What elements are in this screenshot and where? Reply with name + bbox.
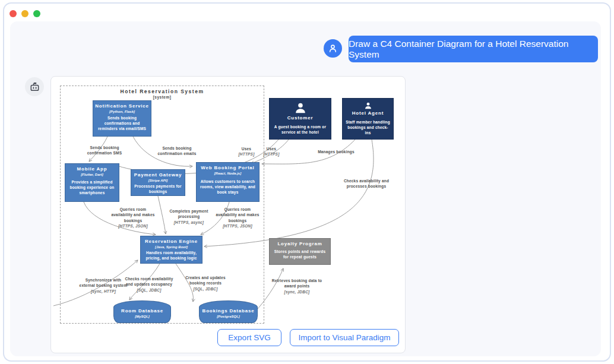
app-screenshot: Draw a C4 Container Diagram for a Hotel … (0, 0, 614, 364)
edge-label-technology: [sync, HTTP] (78, 289, 128, 294)
node-description: Staff member handling bookings and check… (344, 118, 391, 137)
system-boundary-subtitle: [system] (61, 95, 264, 99)
node-loyalty-program: Loyalty ProgramStores points and rewards… (269, 238, 331, 265)
edge-label-bookingsdb-to-loyalty: Retrieves booking data to award points[s… (271, 278, 323, 295)
node-mobile-app: Mobile App[Flutter, Dart]Provides a simp… (65, 163, 119, 202)
node-bookings-database: Bookings Database[PostgreSQL] (199, 300, 258, 323)
user-avatar (324, 39, 342, 58)
node-description: Provides a simplified booking experience… (67, 178, 117, 197)
edge-label-ns-to-web: Sends booking confirmation emails (153, 145, 201, 157)
close-window-button[interactable] (10, 10, 17, 17)
edge-label-text: Uses (267, 147, 276, 151)
node-description: Processes payments for bookings (133, 182, 183, 195)
node-technology: [MySQL] (135, 315, 150, 318)
node-description: Sends booking confirmations and reminder… (95, 114, 149, 132)
node-customer: CustomerA guest booking a room or servic… (269, 98, 331, 140)
node-notification-service: Notification Service[Python, Flask]Sends… (93, 100, 151, 137)
import-paradigm-button[interactable]: Import to Visual Paradigm (290, 329, 399, 346)
edge-label-text: Manages bookings (318, 150, 355, 154)
edge-label-text: Queries room availability and makes book… (216, 207, 259, 223)
edge-label-text: Sends booking confirmation SMS (87, 145, 122, 155)
edge-label-technology: [HTTPS] (259, 151, 283, 157)
node-technology: [Stripe API] (148, 179, 167, 182)
diagram-canvas: Hotel Reservation System [system] Notifi… (50, 76, 406, 353)
node-payment-gateway: Payment Gateway[Stripe API]Processes pay… (131, 169, 185, 196)
edge-label-technology: [HTTPS] (235, 151, 258, 157)
node-description: Allows customers to search rooms, view a… (198, 178, 257, 196)
node-title: Payment Gateway (134, 172, 182, 178)
node-title: Mobile App (77, 166, 107, 172)
edge-label-payment-to-engine: Completes payment processing[HTTPS, asyn… (166, 208, 212, 225)
edge-label-agent-to-engine: Checks availability and processes bookin… (343, 178, 390, 189)
node-title: Notification Service (95, 103, 149, 109)
node-title: Loyalty Program (277, 241, 322, 247)
edge-label-text: Uses (242, 147, 251, 151)
app-window: Draw a C4 Container Diagram for a Hotel … (3, 2, 611, 362)
edge-label-technology: [HTTPS, JSON] (214, 223, 261, 229)
export-svg-button[interactable]: Export SVG (217, 329, 281, 346)
node-title: Bookings Database (202, 308, 255, 314)
node-room-database: Room Database[MySQL] (113, 300, 171, 323)
edge-label-technology: [SQL, JDBC] (124, 287, 174, 293)
person-icon (362, 102, 375, 110)
edge-label-engine-to-roomdb: Checks room availability and updates occ… (124, 276, 174, 293)
edge-label-technology: [SQL, JDBC] (178, 286, 234, 292)
edge-label-technology: [sync, JDBC] (271, 289, 323, 295)
edge-label-engine-to-bookingsdb: Creates and updates booking records[SQL,… (178, 275, 234, 292)
robot-icon (29, 81, 40, 93)
node-reservation-engine: Reservation Engine[Java, Spring Boot]Han… (140, 236, 202, 264)
node-technology: [PostgreSQL] (217, 315, 240, 318)
edge-label-text: Synchronizes with external booking syste… (80, 278, 128, 287)
user-message-text: Draw a C4 Container Diagram for a Hotel … (349, 39, 598, 60)
person-icon (294, 102, 307, 115)
edge-label-agent-to-web: Manages bookings (309, 149, 363, 154)
system-boundary-title: Hotel Reservation System (61, 88, 264, 94)
edge-label-engine-sync-external: Synchronizes with external booking syste… (78, 277, 128, 294)
node-title: Reservation Engine (145, 239, 198, 245)
zoom-window-button[interactable] (33, 10, 40, 17)
node-technology: [React, Node.js] (214, 172, 241, 175)
edge-label-text: Completes payment processing (169, 209, 208, 219)
edge-label-text: Checks availability and processes bookin… (344, 179, 389, 188)
edge-label-technology: [HTTPS, async] (166, 220, 212, 225)
edge-label-text: Queries room availability and makes book… (111, 207, 154, 223)
edge-label-customer-to-web: Uses[HTTPS] (235, 146, 258, 157)
minimize-window-button[interactable] (21, 10, 29, 17)
edge-label-text: Checks room availability and updates occ… (125, 277, 173, 286)
window-controls (10, 10, 40, 17)
person-outline-icon (328, 43, 338, 53)
node-title: Web Booking Portal (201, 165, 254, 171)
node-description: A guest booking a room or service at the… (271, 123, 329, 136)
node-title: Hotel Agent (352, 110, 384, 116)
edge-label-web-to-engine: Queries room availability and makes book… (214, 207, 261, 229)
node-hotel-agent: Hotel AgentStaff member handling booking… (342, 98, 394, 140)
user-message-bubble: Draw a C4 Container Diagram for a Hotel … (349, 36, 598, 62)
node-description: Stores points and rewards for repeat gue… (271, 248, 328, 261)
node-technology: [Java, Spring Boot] (155, 245, 188, 249)
edge-label-text: Creates and updates booking records (185, 276, 226, 285)
edge-label-ns-to-mobile: Sends booking confirmation SMS (83, 145, 126, 156)
bot-avatar (25, 77, 44, 96)
node-technology: [Python, Flask] (109, 110, 135, 113)
node-title: Room Database (121, 308, 163, 314)
edge-label-technology: [HTTPS, JSON] (110, 223, 156, 229)
node-title: Customer (287, 115, 314, 121)
edge-label-text: Sends booking confirmation emails (157, 146, 196, 156)
edge-label-customer-to-mobile: Uses[HTTPS] (259, 146, 283, 157)
node-web-booking-portal: Web Booking Portal[React, Node.js]Allows… (196, 162, 259, 202)
node-technology: [Flutter, Dart] (81, 173, 103, 176)
node-description: Handles room availability, pricing, and … (143, 249, 200, 262)
edge-label-mobile-to-engine: Queries room availability and makes book… (110, 207, 156, 229)
edge-label-text: Retrieves booking data to award points (272, 278, 322, 288)
